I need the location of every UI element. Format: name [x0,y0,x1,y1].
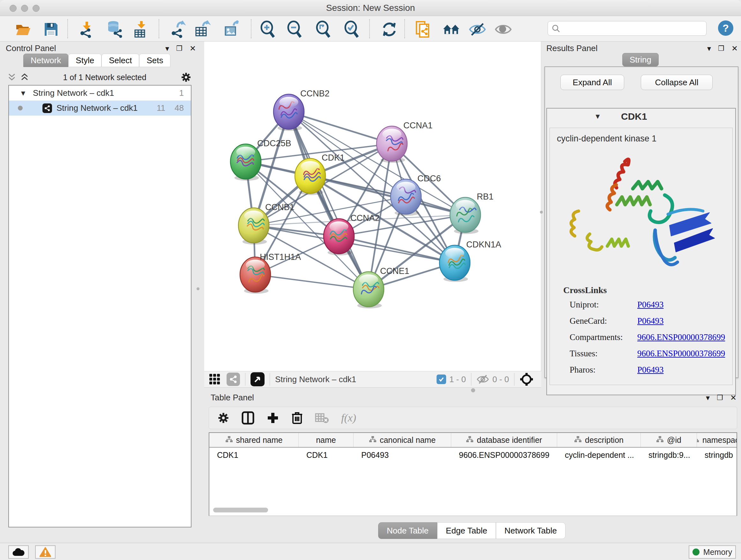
network-edge[interactable] [255,274,368,289]
delete-column-icon[interactable] [291,411,303,425]
tab-style[interactable]: Style [68,54,102,67]
fit-selected-crosshair-icon[interactable] [520,372,534,386]
network-node-CCNA2[interactable] [324,219,354,255]
home-pages-icon[interactable] [442,20,460,38]
network-node-CCNB1[interactable] [239,208,269,245]
tab-network-table[interactable]: Network Table [496,522,565,539]
preview-eye-icon[interactable] [494,20,512,38]
crosslink-link[interactable]: P06493 [637,316,664,326]
gene-collapse-caret-icon[interactable]: ▼ [594,112,601,121]
import-network-database-icon[interactable] [106,20,124,38]
table-cell[interactable]: 9606.ENSP00000378699 [451,448,557,462]
crosslink-link[interactable]: 9606.ENSP00000378699 [637,332,725,342]
refresh-view-icon[interactable] [381,20,398,38]
hidden-eye-icon[interactable] [476,374,489,384]
export-image-icon[interactable] [223,20,241,38]
left-splitter-handle[interactable] [197,287,199,290]
column-header-description[interactable]: description [557,433,641,447]
network-view-share-icon[interactable] [226,373,240,386]
column-header-name[interactable]: name [299,433,354,447]
search-input[interactable] [560,24,700,33]
toolbar-search[interactable] [548,21,706,36]
show-columns-icon[interactable] [242,411,254,425]
warnings-button[interactable] [35,545,56,559]
toolbar-separator [404,19,405,38]
birds-eye-view-icon[interactable] [251,372,265,386]
tab-edge-table[interactable]: Edge Table [437,522,496,539]
panel-close-icon[interactable]: ✕ [190,44,196,53]
table-cell[interactable]: cyclin-dependent ... [557,448,641,462]
open-session-icon[interactable] [14,20,32,38]
network-node-RB1[interactable] [450,197,481,234]
import-network-file-icon[interactable] [78,20,96,38]
column-header-namespace[interactable]: namespace [697,433,737,447]
network-node-CDC25B[interactable] [230,144,261,181]
results-tab-string[interactable]: String [622,53,659,66]
export-network-icon[interactable] [169,20,187,38]
table-cell[interactable]: CDK1 [209,448,299,462]
tab-node-table[interactable]: Node Table [378,522,437,539]
network-node-CDKN1A[interactable] [440,245,470,282]
tree-expand-caret-icon[interactable]: ▾ [21,88,25,98]
panel-float-icon[interactable]: ❒ [718,44,724,53]
column-header-id[interactable]: @id [641,433,697,447]
minimize-window-button[interactable] [21,5,28,12]
zoom-in-icon[interactable] [259,20,277,38]
zoom-fit-icon[interactable] [315,20,333,38]
crosslink-link[interactable]: 9606.ENSP00000378699 [637,349,725,359]
tab-sets[interactable]: Sets [139,54,171,67]
grid-view-icon[interactable] [209,373,221,385]
network-edge[interactable] [289,112,392,144]
table-cell[interactable]: stringdb [697,448,737,462]
network-collection-row[interactable]: ▾ String Network – cdk1 1 [9,85,191,101]
close-window-button[interactable] [10,5,17,12]
add-column-icon[interactable] [266,412,279,424]
crosslink-label: Uniprot: [569,300,637,310]
network-edge[interactable] [289,112,368,289]
network-node-HIST1H1A[interactable] [240,257,271,294]
node-table[interactable]: shared namenamecanonical namedatabase id… [209,432,737,516]
crosslink-link[interactable]: P06493 [637,300,664,310]
tab-select[interactable]: Select [102,54,139,67]
save-session-icon[interactable] [42,20,60,38]
collapse-all-icon[interactable] [8,73,16,82]
cloud-status-button[interactable] [8,545,29,559]
network-node-CCNE1[interactable] [353,272,384,308]
column-header-canonical-name[interactable]: canonical name [354,433,451,447]
table-cell[interactable]: CDK1 [299,448,354,462]
network-node-CCNA1[interactable] [377,126,407,163]
zoom-selected-icon[interactable] [343,20,361,38]
panel-float-icon[interactable]: ❒ [717,394,723,402]
zoom-window-button[interactable] [32,5,40,12]
crosslink-link[interactable]: P06493 [637,365,664,375]
table-cell[interactable]: stringdb:9... [641,448,697,462]
panel-close-icon[interactable]: ✕ [730,393,737,402]
network-edge[interactable] [310,176,465,215]
expand-all-button[interactable]: Expand All [560,75,624,90]
panel-collapse-icon[interactable]: ▾ [707,44,711,53]
zoom-out-icon[interactable] [286,20,304,38]
column-header-database-identifier[interactable]: database identifier [451,433,557,447]
horizontal-scrollbar[interactable] [213,508,268,512]
panel-float-icon[interactable]: ❒ [176,44,183,53]
selected-checkbox-icon[interactable] [436,374,446,384]
network-canvas[interactable]: CCNB2CCNA1CDC25BCDK1CDC6RB1CCNB1CCNA2CDK… [204,42,541,371]
string-import-icon[interactable] [414,20,432,38]
tab-network[interactable]: Network [23,54,68,67]
network-row[interactable]: String Network – cdk1 11 48 [9,101,191,116]
show-hide-icon[interactable] [468,20,486,38]
import-table-file-icon[interactable] [132,20,150,38]
panel-collapse-icon[interactable]: ▾ [165,44,169,53]
collapse-all-button[interactable]: Collapse All [641,75,713,90]
column-header-shared-name[interactable]: shared name [209,433,299,447]
table-cell[interactable]: P06493 [354,448,451,462]
expand-all-icon[interactable] [20,73,29,82]
memory-button[interactable]: Memory [689,545,736,559]
help-button[interactable]: ? [718,20,733,36]
table-row[interactable]: CDK1CDK1P064939606.ENSP00000378699cyclin… [209,448,737,462]
network-options-gear-icon[interactable] [181,72,192,83]
export-table-icon[interactable] [193,20,211,38]
panel-close-icon[interactable]: ✕ [731,44,738,53]
table-options-gear-icon[interactable] [217,412,229,424]
panel-collapse-icon[interactable]: ▾ [706,393,710,402]
